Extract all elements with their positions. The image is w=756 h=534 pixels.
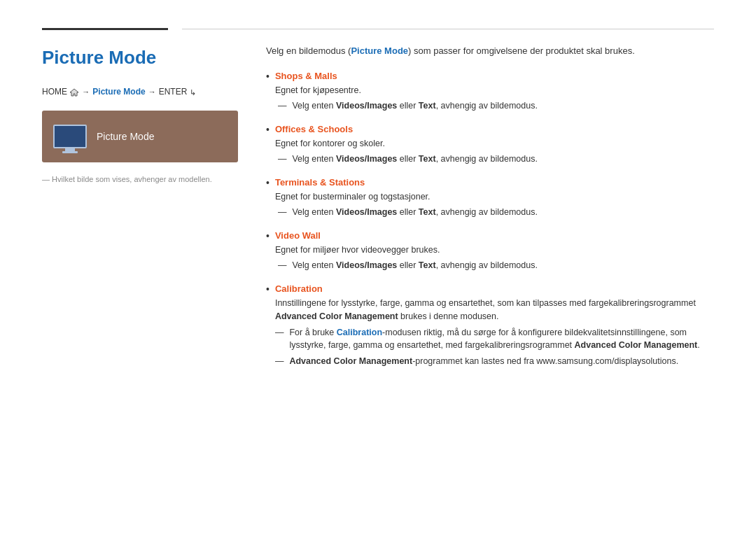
offices-sublist: ― Velg enten Videos/Images eller Text, a… (275, 153, 714, 166)
calibration-acm-1: Advanced Color Management (575, 340, 698, 350)
videowall-sub-text: Velg enten Videos/Images eller Text, avh… (292, 259, 537, 272)
bullet-content-5: Calibration Innstillingene for lysstyrke… (275, 282, 714, 371)
home-icon (69, 88, 79, 97)
page-title: Picture Mode (42, 44, 238, 71)
sub-dash-1: ― (278, 99, 287, 113)
calibration-inline-bold: Calibration (337, 328, 382, 337)
list-item-videowall: • Video Wall Egnet for miljøer hvor vide… (266, 229, 714, 274)
terminals-title: Terminals & Stations (275, 176, 714, 190)
divider-right (182, 29, 714, 29)
bullet-dot-4: • (266, 230, 270, 244)
offices-bold-1: Videos/Images (336, 154, 397, 164)
intro-rest: ) som passer for omgivelsene der produkt… (408, 45, 635, 56)
top-divider (42, 28, 714, 30)
list-item-offices: • Offices & Schools Egnet for kontorer o… (266, 122, 714, 167)
bullet-content-4: Video Wall Egnet for miljøer hvor videov… (275, 229, 714, 274)
shops-sub-item: ― Velg enten Videos/Images eller Text, a… (275, 99, 714, 113)
list-item-shops: • Shops & Malls Egnet for kjøpesentre. ―… (266, 69, 714, 114)
videowall-bold-2: Text (419, 260, 436, 270)
offices-desc: Egnet for kontorer og skoler. (275, 137, 714, 150)
shops-title: Shops & Malls (275, 69, 714, 83)
offices-sub-item: ― Velg enten Videos/Images eller Text, a… (275, 153, 714, 166)
offices-title: Offices & Schools (275, 122, 714, 136)
breadcrumb-home: HOME (42, 85, 79, 98)
breadcrumb-arrow-2: → (148, 86, 156, 98)
enter-icon: ↳ (190, 87, 196, 99)
videowall-title: Video Wall (275, 229, 714, 243)
terminals-bold-1: Videos/Images (336, 207, 397, 217)
bullet-content-2: Offices & Schools Egnet for kontorer og … (275, 122, 714, 167)
picture-mode-box: Picture Mode (42, 111, 238, 162)
calibration-sub-text-2: Advanced Color Management-programmet kan… (289, 355, 678, 368)
bullet-list: • Shops & Malls Egnet for kjøpesentre. ―… (266, 69, 714, 371)
videowall-sub-item: ― Velg enten Videos/Images eller Text, a… (275, 259, 714, 272)
calibration-acm-2: Advanced Color Management (289, 356, 412, 366)
terminals-sublist: ― Velg enten Videos/Images eller Text, a… (275, 206, 714, 219)
shops-desc: Egnet for kjøpesentre. (275, 84, 714, 97)
bullet-dot-5: • (266, 283, 270, 297)
calibration-bold-1: Advanced Color Management (275, 311, 398, 321)
terminals-sub-text: Velg enten Videos/Images eller Text, avh… (292, 206, 537, 219)
intro-plain: Velg en bildemodus ( (266, 45, 351, 56)
terminals-sub-item: ― Velg enten Videos/Images eller Text, a… (275, 206, 714, 219)
page-container: Picture Mode HOME → Picture Mode → ENTER… (0, 0, 756, 407)
breadcrumb-link: Picture Mode (92, 85, 145, 98)
calibration-sub-1: ― For å bruke Calibration-modusen riktig… (275, 326, 714, 353)
shops-sub-text: Velg enten Videos/Images eller Text, avh… (292, 99, 537, 113)
sub-dash-4: ― (278, 259, 287, 272)
list-item-terminals: • Terminals & Stations Egnet for busterm… (266, 176, 714, 220)
calibration-sub-text-1: For å bruke Calibration-modusen riktig, … (289, 326, 714, 353)
picture-mode-box-label: Picture Mode (97, 129, 154, 144)
terminals-desc: Egnet for busterminaler og togstasjoner. (275, 190, 714, 204)
sub-dash-3: ― (278, 206, 287, 219)
bullet-dot-2: • (266, 123, 270, 137)
sub-dash-5a: ― (275, 326, 284, 353)
home-text: HOME (42, 87, 67, 97)
bullet-content-3: Terminals & Stations Egnet for bustermin… (275, 176, 714, 220)
right-panel: Velg en bildemodus (Picture Mode) som pa… (266, 44, 714, 379)
list-item-calibration: • Calibration Innstillingene for lysstyr… (266, 282, 714, 371)
videowall-sublist: ― Velg enten Videos/Images eller Text, a… (275, 259, 714, 272)
bullet-content-1: Shops & Malls Egnet for kjøpesentre. ― V… (275, 69, 714, 114)
intro-text: Velg en bildemodus (Picture Mode) som pa… (266, 44, 714, 58)
calibration-title: Calibration (275, 282, 714, 296)
sub-dash-5b: ― (275, 355, 284, 368)
videowall-bold-1: Videos/Images (336, 260, 397, 270)
sub-dash-2: ― (278, 153, 287, 166)
breadcrumb-enter: ENTER ↳ (159, 85, 196, 98)
monitor-icon (53, 125, 87, 148)
shops-bold-2: Text (419, 101, 436, 111)
videowall-desc: Egnet for miljøer hvor videovegger bruke… (275, 244, 714, 257)
calibration-sublist: ― For å bruke Calibration-modusen riktig… (275, 326, 714, 368)
left-panel: Picture Mode HOME → Picture Mode → ENTER… (42, 44, 238, 379)
breadcrumb: HOME → Picture Mode → ENTER ↳ (42, 85, 238, 98)
shops-bold-1: Videos/Images (336, 101, 397, 111)
offices-bold-2: Text (419, 154, 436, 164)
breadcrumb-arrow-1: → (82, 86, 90, 98)
terminals-bold-2: Text (419, 207, 436, 217)
shops-sublist: ― Velg enten Videos/Images eller Text, a… (275, 99, 714, 113)
calibration-desc: Innstillingene for lysstyrke, farge, gam… (275, 297, 714, 323)
intro-highlight: Picture Mode (351, 45, 408, 56)
divider-left (42, 28, 168, 30)
bullet-dot-3: • (266, 176, 270, 190)
offices-sub-text: Velg enten Videos/Images eller Text, avh… (292, 153, 537, 166)
left-note: Hvilket bilde som vises, avhenger av mod… (42, 174, 238, 185)
main-content: Picture Mode HOME → Picture Mode → ENTER… (42, 44, 714, 379)
bullet-dot-1: • (266, 70, 270, 84)
calibration-sub-2: ― Advanced Color Management-programmet k… (275, 355, 714, 368)
